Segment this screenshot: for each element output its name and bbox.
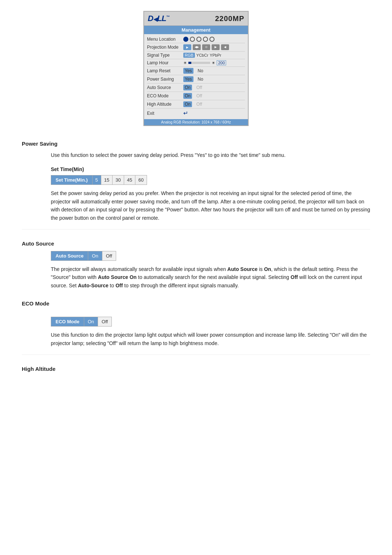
osd-row-menu-location: Menu Location (147, 36, 245, 43)
osd-row-eco-mode: ECO Mode On Off (147, 92, 245, 100)
osd-title-bar: Management (144, 26, 248, 34)
power-saving-heading: Power Saving (22, 141, 370, 147)
lamp-icon-left: ☀ (183, 61, 187, 65)
dot-3 (196, 37, 201, 42)
osd-value-auto-source: On Off (183, 85, 245, 90)
lamp-fill (188, 62, 191, 64)
divider-1 (22, 229, 370, 230)
osd-value-exit: ↵ (183, 110, 245, 117)
osd-brand: D◀LL™ (148, 14, 170, 23)
osd-label-projection-mode: Projection Mode (147, 45, 183, 50)
osd-row-exit: Exit ↵ (147, 109, 245, 118)
eco-mode-on: On (183, 93, 192, 99)
auto-source-off: Off (196, 85, 202, 90)
proj-icon-3: ⊙ (202, 44, 210, 50)
eco-mode-bar-label: ECO Mode (51, 317, 84, 326)
trademark: ™ (166, 15, 170, 19)
osd-row-lamp-reset: Lamp Reset Yes No (147, 67, 245, 75)
dot-5 (209, 37, 215, 42)
proj-icon-5: ◀ (221, 44, 229, 50)
osd-label-signal-type: Signal Type (147, 53, 183, 58)
signal-ycbcr: YCbCr (196, 53, 208, 57)
osd-value-signal-type: RGB YCbCr YPbPr (183, 53, 245, 58)
osd-value-high-altitude: On Off (183, 101, 245, 107)
lamp-reset-yes: Yes (183, 68, 193, 74)
proj-icon-2: ◀▶ (193, 44, 201, 50)
osd-row-high-altitude: High Altitude On Off (147, 100, 245, 109)
auto-source-bold-2: Auto Source On (98, 274, 137, 280)
auto-source-bar[interactable]: Auto Source On Off (51, 251, 116, 261)
auto-source-bold-off: Off (291, 274, 298, 280)
osd-label-lamp-hour: Lamp Hour (147, 60, 183, 65)
power-saving-body: Use this function to select the power sa… (51, 151, 370, 159)
power-saving-no: No (198, 77, 203, 82)
power-saving-desc-text: Set the power saving delay period as you… (51, 189, 370, 222)
eco-mode-bar[interactable]: ECO Mode On Off (51, 317, 112, 327)
lamp-icon-right: ☀ (212, 61, 215, 65)
set-time-heading: Set Time(Min) (51, 166, 370, 172)
proj-icon-1: ▶ (183, 44, 191, 50)
osd-label-high-altitude: High Altitude (147, 102, 183, 107)
osd-value-menu-location (183, 37, 245, 42)
osd-label-auto-source: Auto Source (147, 85, 183, 90)
osd-row-lamp-hour: Lamp Hour ☀ ☀ 200 (147, 59, 245, 67)
lamp-number: 200 (217, 60, 226, 65)
proj-icon-4: ▶ (212, 44, 220, 50)
osd-body: Menu Location Projection Mode ▶ ◀▶ ⊙ ▶ ◀… (144, 34, 248, 119)
auto-source-on-option[interactable]: On (88, 251, 102, 260)
osd-menu-title: Management (181, 27, 210, 33)
dot-1 (183, 37, 188, 42)
high-altitude-heading: High Altitude (22, 366, 370, 372)
osd-value-power-saving: Yes No (183, 76, 245, 82)
set-time-option-60[interactable]: 60 (135, 175, 146, 185)
auto-source-bold-off-2: Off (115, 283, 123, 288)
osd-header: D◀LL™ 2200MP (144, 12, 248, 26)
eco-mode-heading: ECO Mode (22, 300, 370, 307)
osd-value-projection-mode: ▶ ◀▶ ⊙ ▶ ◀ (183, 44, 245, 50)
osd-row-projection-mode: Projection Mode ▶ ◀▶ ⊙ ▶ ◀ (147, 43, 245, 52)
osd-footer: Analog RGB Resolution: 1024 x 768 / 60Hz (144, 119, 248, 125)
eco-mode-off: Off (196, 93, 202, 98)
signal-ypbpr: YPbPr (210, 53, 221, 57)
set-time-option-30[interactable]: 30 (112, 175, 123, 185)
osd-menu: D◀LL™ 2200MP Management Menu Location Pr… (143, 11, 249, 126)
power-saving-description: Set the power saving delay period as you… (51, 189, 370, 222)
osd-label-eco-mode: ECO Mode (147, 93, 183, 98)
osd-row-auto-source: Auto Source On Off (147, 84, 245, 92)
auto-source-bold-1: Auto Source (227, 266, 257, 272)
osd-label-lamp-reset: Lamp Reset (147, 68, 183, 73)
dot-2 (190, 37, 195, 42)
osd-label-power-saving: Power Saving (147, 77, 183, 82)
lamp-track (188, 62, 210, 64)
signal-rgb: RGB (183, 53, 195, 58)
osd-value-lamp-reset: Yes No (183, 68, 245, 74)
set-time-option-45[interactable]: 45 (124, 175, 135, 185)
auto-source-heading: Auto Source (22, 240, 370, 247)
eco-mode-on-option[interactable]: On (84, 317, 98, 326)
auto-source-body: The projector will always automatically … (51, 265, 370, 289)
auto-source-bold-on: On (264, 266, 271, 272)
auto-source-off-option[interactable]: Off (102, 251, 116, 260)
osd-label-exit: Exit (147, 111, 183, 116)
eco-mode-description: Use this function to dim the projector l… (51, 331, 370, 347)
high-altitude-off: Off (196, 102, 202, 107)
lamp-reset-no: No (198, 68, 203, 73)
auto-source-on: On (183, 85, 192, 90)
set-time-option-15[interactable]: 15 (101, 175, 112, 185)
eco-mode-body: Use this function to dim the projector l… (51, 331, 370, 347)
set-time-bar[interactable]: Set Time(Min.) 5 15 30 45 60 (51, 175, 147, 185)
set-time-option-5[interactable]: 5 (92, 175, 101, 185)
auto-source-bold-3: Auto-Source (78, 283, 109, 288)
set-time-label: Set Time(Min.) (51, 175, 92, 185)
osd-row-signal-type: Signal Type RGB YCbCr YPbPr (147, 52, 245, 59)
divider-2 (22, 355, 370, 355)
osd-label-menu-location: Menu Location (147, 37, 183, 42)
auto-source-description: The projector will always automatically … (51, 265, 370, 289)
osd-row-power-saving: Power Saving Yes No (147, 75, 245, 84)
dot-4 (203, 37, 208, 42)
eco-mode-off-option[interactable]: Off (98, 317, 111, 326)
power-saving-yes: Yes (183, 76, 193, 82)
exit-icon: ↵ (183, 110, 188, 117)
high-altitude-on: On (183, 101, 192, 107)
osd-value-eco-mode: On Off (183, 93, 245, 99)
